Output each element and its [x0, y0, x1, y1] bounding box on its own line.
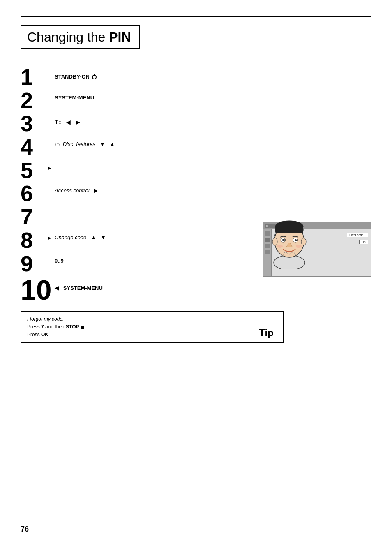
- step-5-arrow: ►: [47, 159, 55, 171]
- svg-point-12: [277, 245, 283, 248]
- svg-point-13: [296, 245, 302, 248]
- step-5-num: 5: [21, 159, 47, 182]
- step-7-num: 7: [21, 205, 47, 229]
- svg-point-11: [296, 239, 297, 240]
- svg-point-5: [301, 238, 306, 245]
- power-icon: [92, 75, 97, 79]
- step-4-num: 4: [21, 135, 47, 159]
- sort-icon: T↕: [55, 118, 62, 125]
- step-1-num: 1: [21, 65, 47, 89]
- step-5-row: 5 ►: [21, 159, 258, 182]
- step-1-text: STANDBY-ON: [55, 65, 258, 80]
- svg-point-9: [295, 239, 297, 241]
- screen-auto-resume-value: On: [359, 240, 368, 244]
- step-6-num: 6: [21, 182, 47, 205]
- step-3-row: 3 T↕ ◀ ▶: [21, 112, 258, 135]
- character-svg: [267, 215, 312, 269]
- step-5-text: [55, 159, 258, 164]
- step-9-num: 9: [21, 252, 47, 275]
- tip-label-area: Tip: [250, 312, 283, 342]
- tip-line-3: Press OK: [27, 331, 244, 339]
- step-6-text: Access control ▶: [55, 182, 258, 194]
- step-3-num: 3: [21, 112, 47, 135]
- step-3-text: T↕ ◀ ▶: [55, 112, 258, 125]
- tip-box: I forgot my code. Press 7 and then STOP …: [21, 311, 284, 343]
- page-number: 76: [21, 525, 29, 534]
- step-7-text: [55, 205, 258, 211]
- step-2-num: 2: [21, 89, 47, 112]
- tip-content: I forgot my code. Press 7 and then STOP …: [21, 312, 250, 342]
- title-box: Changing the PIN: [21, 25, 140, 49]
- page-container: Changing the PIN 1 STANDBY-ON 2 SYSTEM-M…: [0, 0, 392, 550]
- step-1-row: 1 STANDBY-ON: [21, 65, 258, 89]
- top-rule: [21, 16, 371, 17]
- step-4-row: 4 🗁 Disc features ▼ ▲: [21, 135, 258, 159]
- step-2-text: SYSTEM-MENU: [55, 89, 258, 101]
- step-10-row: 10 ◀ SYSTEM-MENU: [21, 276, 258, 305]
- step-8-num: 8: [21, 229, 47, 252]
- folder-icon: 🗁: [55, 141, 60, 147]
- step-4-text: 🗁 Disc features ▼ ▲: [55, 135, 258, 147]
- step-9-row: 9 0..9: [21, 252, 258, 276]
- main-layout: 1 STANDBY-ON 2 SYSTEM-MENU 3 T↕ ◀ ▶: [21, 65, 371, 305]
- step-9-text: 0..9: [55, 252, 258, 264]
- svg-point-8: [282, 239, 285, 241]
- svg-point-10: [284, 239, 284, 240]
- page-title: Changing the PIN: [27, 30, 131, 45]
- step-7-row: 7: [21, 205, 258, 229]
- step-8-row: 8 ► Change code ▲ ▼: [21, 229, 258, 252]
- title-prefix: Changing the: [27, 30, 109, 44]
- step-6-row: 6 Access control ▶: [21, 182, 258, 205]
- title-keyword: PIN: [109, 30, 131, 44]
- step-2-row: 2 SYSTEM-MENU: [21, 89, 258, 112]
- character-illustration: [267, 215, 312, 269]
- right-panel: T↕ T C ⇆ □ 🔔 🔍: [263, 139, 371, 269]
- stop-square-icon: [81, 326, 84, 329]
- screen-enter-code-button[interactable]: Enter code...: [347, 233, 368, 237]
- tip-line-1: I forgot my code.: [27, 315, 244, 323]
- tip-label: Tip: [259, 327, 274, 339]
- step-10-text: ◀ SYSTEM-MENU: [55, 276, 258, 291]
- tip-line-2: Press 7 and then STOP: [27, 323, 244, 331]
- step-8-arrow: ►: [47, 229, 55, 241]
- step-10-num: 10: [21, 276, 47, 304]
- step-8-text: Change code ▲ ▼: [55, 229, 258, 240]
- svg-point-4: [272, 238, 277, 245]
